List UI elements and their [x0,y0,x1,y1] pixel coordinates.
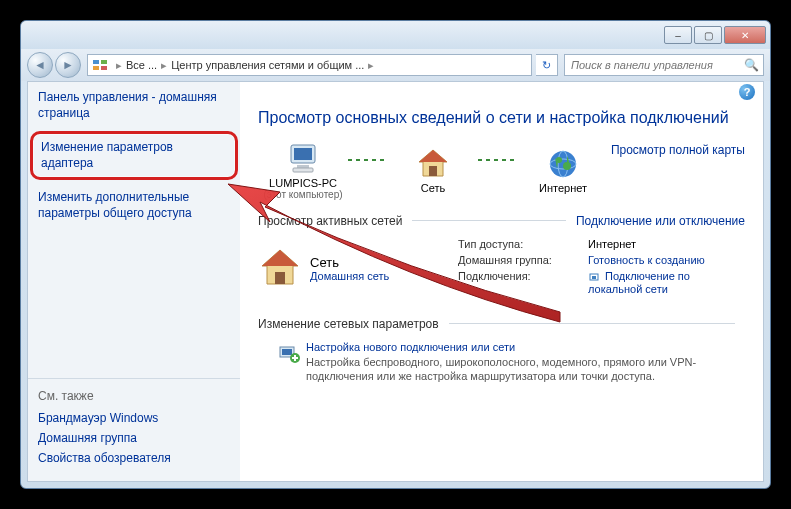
highlight-annotation: Изменение параметров адаптера [30,131,238,180]
advanced-sharing-link[interactable]: Изменить дополнительные параметры общего… [38,190,230,221]
address-bar[interactable]: ▸ Все ... ▸ Центр управления сетями и об… [87,54,532,76]
close-button[interactable]: ✕ [724,26,766,44]
house-icon [258,246,302,290]
page-title: Просмотр основных сведений о сети и наст… [258,108,745,129]
new-connection-desc: Настройка беспроводного, широкополосного… [306,356,696,382]
active-network-row: Сеть Домашняя сеть Тип доступа: Интернет… [258,238,745,299]
house-icon [415,148,451,180]
svg-rect-7 [293,168,313,172]
chevron-icon: ▸ [116,59,122,72]
svg-rect-22 [282,349,292,355]
change-settings-section: Изменение сетевых параметров [258,317,745,384]
network-map: LUMPICS-PC (этот компьютер) Сеть [258,143,745,200]
breadcrumb-segment[interactable]: Центр управления сетями и общим ... [171,59,364,71]
new-connection-icon [278,341,302,365]
control-panel-home-link[interactable]: Панель управления - домашняя страница [38,90,230,121]
homegroup-label: Домашняя группа: [458,254,588,266]
maximize-button[interactable]: ▢ [694,26,722,44]
svg-point-14 [556,157,562,163]
content-area: Панель управления - домашняя страница Из… [27,81,764,482]
see-also-section: См. также Брандмауэр Windows Домашняя гр… [28,378,240,481]
svg-point-11 [550,151,576,177]
network-name: Сеть [310,255,389,270]
globe-icon [545,148,581,180]
firewall-link[interactable]: Брандмауэр Windows [38,411,230,425]
svg-rect-5 [294,148,312,160]
svg-rect-1 [101,60,107,64]
svg-marker-9 [419,150,447,162]
connections-label: Подключения: [458,270,588,295]
access-type-value: Интернет [588,238,745,250]
this-computer-node[interactable]: LUMPICS-PC (этот компьютер) [258,143,348,200]
back-button[interactable]: ◄ [27,52,53,78]
connect-disconnect-link[interactable]: Подключение или отключение [576,214,745,228]
forward-button[interactable]: ► [55,52,81,78]
new-connection-title[interactable]: Настройка нового подключения или сети [306,341,745,353]
svg-rect-3 [101,66,107,70]
navbar: ◄ ► ▸ Все ... ▸ Центр управления сетями … [21,49,770,81]
refresh-button[interactable]: ↻ [536,54,558,76]
svg-rect-20 [592,276,596,279]
internet-node[interactable]: Интернет [518,148,608,194]
change-adapter-settings-link[interactable]: Изменение параметров адаптера [41,140,227,171]
sidebar: Панель управления - домашняя страница Из… [28,82,240,481]
svg-rect-2 [93,66,99,70]
control-panel-window: – ▢ ✕ ◄ ► ▸ Все ... ▸ Центр управления с… [20,20,771,489]
control-panel-icon [92,57,108,73]
new-connection-item[interactable]: Настройка нового подключения или сети На… [278,341,745,384]
main-panel: ? Просмотр основных сведений о сети и на… [240,82,763,481]
active-networks-header: Просмотр активных сетей Подключение или … [258,214,745,228]
homegroup-link[interactable]: Домашняя группа [38,431,230,445]
chevron-icon: ▸ [161,59,167,72]
network-node[interactable]: Сеть [388,148,478,194]
internet-options-link[interactable]: Свойства обозревателя [38,451,230,465]
search-input[interactable] [569,58,740,72]
ethernet-icon [588,271,600,283]
titlebar: – ▢ ✕ [21,21,770,49]
svg-rect-18 [275,272,285,284]
svg-rect-0 [93,60,99,64]
connection-link[interactable]: Подключение по локальной сети [588,270,745,295]
connection-line [348,159,388,161]
breadcrumb-segment[interactable]: Все ... [126,59,157,71]
computer-icon [285,143,321,175]
help-icon[interactable]: ? [739,84,755,100]
see-also-title: См. также [38,389,230,403]
search-box[interactable]: 🔍 [564,54,764,76]
network-type-link[interactable]: Домашняя сеть [310,270,389,282]
svg-point-15 [563,162,571,170]
svg-marker-17 [262,250,298,266]
connection-line [478,159,518,161]
view-full-map-link[interactable]: Просмотр полной карты [611,143,745,157]
svg-rect-10 [429,166,437,176]
minimize-button[interactable]: – [664,26,692,44]
chevron-icon: ▸ [368,59,374,72]
access-type-label: Тип доступа: [458,238,588,250]
homegroup-link[interactable]: Готовность к созданию [588,254,745,266]
search-icon: 🔍 [744,58,759,72]
